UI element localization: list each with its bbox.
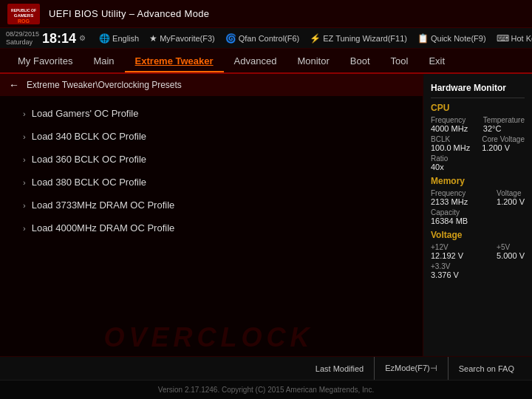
back-arrow-icon[interactable]: ← xyxy=(9,79,19,91)
menu-item-label: Load 380 BCLK OC Profile xyxy=(32,177,146,188)
ez-mode-button[interactable]: EzMode(F7)⊣ xyxy=(374,357,448,380)
mem-frequency-row: Frequency 2133 MHz Voltage 1.200 V xyxy=(431,189,525,206)
nav-exit[interactable]: Exit xyxy=(418,51,455,72)
cpu-core-voltage-col: Core Voltage 1.200 V xyxy=(482,135,525,152)
language-icon: 🌐 xyxy=(99,33,110,44)
svg-text:ROG: ROG xyxy=(18,18,30,24)
menu-item-label: Load Gamers' OC Profile xyxy=(32,108,139,119)
mem-capacity-row: Capacity 16384 MB xyxy=(431,208,525,225)
rog-logo-icon: REPUBLIC OF GAMERS ROG xyxy=(7,4,40,24)
menu-item-340-bclk[interactable]: › Load 340 BCLK OC Profile xyxy=(0,125,423,148)
cpu-bclk-col: BCLK 100.0 MHz xyxy=(431,135,470,152)
menu-arrow-icon: › xyxy=(23,109,26,118)
menu-item-360-bclk[interactable]: › Load 360 BCLK OC Profile xyxy=(0,148,423,171)
nav-main[interactable]: Main xyxy=(83,51,124,72)
menu-arrow-icon: › xyxy=(23,201,26,210)
quick-note-label: Quick Note(F9) xyxy=(431,34,486,43)
date-display: 08/29/2015 xyxy=(6,30,39,38)
favorite-icon: ★ xyxy=(149,33,157,44)
menu-arrow-icon: › xyxy=(23,155,26,164)
quick-note-button[interactable]: 📋 Quick Note(F9) xyxy=(417,33,486,44)
menu-arrow-icon: › xyxy=(23,132,26,141)
logo-area: REPUBLIC OF GAMERS ROG xyxy=(7,4,40,24)
left-panel: ← Extreme Tweaker\Overclocking Presets ›… xyxy=(0,74,423,356)
voltage-section-title: Voltage xyxy=(431,230,525,240)
quick-note-icon: 📋 xyxy=(417,33,429,44)
nav-monitor[interactable]: Monitor xyxy=(287,51,339,72)
nav-boot[interactable]: Boot xyxy=(340,51,381,72)
time-display: 18:14 xyxy=(42,32,76,45)
voltage-12v-col: +12V 12.192 V xyxy=(431,243,463,260)
mem-frequency-col: Frequency 2133 MHz xyxy=(431,189,468,206)
menu-item-label: Load 3733MHz DRAM OC Profile xyxy=(32,200,175,211)
cpu-section-title: CPU xyxy=(431,103,525,113)
menu-item-gamers-oc[interactable]: › Load Gamers' OC Profile xyxy=(0,102,423,125)
watermark-text: OVERCLOCK xyxy=(103,322,313,353)
memory-section-title: Memory xyxy=(431,176,525,186)
qfan-icon: 🌀 xyxy=(225,33,236,44)
nav-extreme-tweaker[interactable]: Extreme Tweaker xyxy=(125,51,224,72)
content-area: ← Extreme Tweaker\Overclocking Presets ›… xyxy=(0,74,532,356)
clock-settings-icon[interactable]: ⚙ xyxy=(79,34,86,42)
menu-item-label: Load 4000MHz DRAM OC Profile xyxy=(32,222,175,233)
status-bar: Last Modified EzMode(F7)⊣ Search on FAQ xyxy=(0,356,532,380)
ez-tuning-button[interactable]: ⚡ EZ Tuning Wizard(F11) xyxy=(310,33,407,44)
nav-advanced[interactable]: Advanced xyxy=(224,51,287,72)
main-nav: My Favorites Main Extreme Tweaker Advanc… xyxy=(0,49,532,74)
language-label: English xyxy=(112,34,139,43)
voltage-33v-row: +3.3V 3.376 V xyxy=(431,262,525,279)
footer-bar: Version 2.17.1246. Copyright (C) 2015 Am… xyxy=(0,380,532,399)
mem-voltage-col: Voltage 1.200 V xyxy=(497,189,525,206)
menu-item-4000-dram[interactable]: › Load 4000MHz DRAM OC Profile xyxy=(0,216,423,239)
menu-item-label: Load 340 BCLK OC Profile xyxy=(32,131,146,142)
svg-text:REPUBLIC OF: REPUBLIC OF xyxy=(11,8,36,13)
qfan-label: Qfan Control(F6) xyxy=(239,34,300,43)
menu-item-380-bclk[interactable]: › Load 380 BCLK OC Profile xyxy=(0,171,423,194)
qfan-button[interactable]: 🌀 Qfan Control(F6) xyxy=(225,33,300,44)
hot-keys-icon: ⌨ xyxy=(497,33,509,44)
cpu-bclk-row: BCLK 100.0 MHz Core Voltage 1.200 V xyxy=(431,135,525,152)
bios-title: UEFI BIOS Utility – Advanced Mode xyxy=(49,8,209,19)
header-bar: REPUBLIC OF GAMERS ROG UEFI BIOS Utility… xyxy=(0,0,532,28)
search-faq-button[interactable]: Search on FAQ xyxy=(448,357,525,380)
nav-my-favorites[interactable]: My Favorites xyxy=(7,51,83,72)
voltage-12v-row: +12V 12.192 V +5V 5.000 V xyxy=(431,243,525,260)
my-favorite-button[interactable]: ★ MyFavorite(F3) xyxy=(149,33,215,44)
hot-keys-button[interactable]: ⌨ Hot Keys xyxy=(497,33,532,44)
menu-arrow-icon: › xyxy=(23,224,26,233)
hardware-monitor-panel: Hardware Monitor CPU Frequency 4000 MHz … xyxy=(423,74,532,356)
toolbar: 08/29/2015 Saturday 18:14 ⚙ 🌐 English ★ … xyxy=(0,28,532,49)
ez-tuning-icon: ⚡ xyxy=(310,33,321,44)
ez-tuning-label: EZ Tuning Wizard(F11) xyxy=(323,34,407,43)
breadcrumb-path: Extreme Tweaker\Overclocking Presets xyxy=(27,80,182,90)
datetime-area: 08/29/2015 Saturday 18:14 ⚙ xyxy=(6,30,86,47)
watermark: OVERCLOCK xyxy=(0,319,417,356)
menu-list: › Load Gamers' OC Profile › Load 340 BCL… xyxy=(0,96,423,245)
svg-text:GAMERS: GAMERS xyxy=(14,13,33,18)
last-modified-button[interactable]: Last Modified xyxy=(305,357,374,380)
cpu-frequency-label: Frequency 4000 MHz xyxy=(431,116,468,133)
menu-item-label: Load 360 BCLK OC Profile xyxy=(32,154,146,165)
menu-item-3733-dram[interactable]: › Load 3733MHz DRAM OC Profile xyxy=(0,194,423,216)
breadcrumb: ← Extreme Tweaker\Overclocking Presets xyxy=(0,74,423,96)
cpu-ratio-row: Ratio 40x xyxy=(431,154,525,171)
nav-tool[interactable]: Tool xyxy=(381,51,419,72)
footer-text: Version 2.17.1246. Copyright (C) 2015 Am… xyxy=(158,386,374,394)
menu-arrow-icon: › xyxy=(23,178,26,187)
language-selector[interactable]: 🌐 English xyxy=(99,33,139,44)
hot-keys-label: Hot Keys xyxy=(511,34,532,43)
cpu-temperature-col: Temperature 32°C xyxy=(483,116,525,133)
favorite-label: MyFavorite(F3) xyxy=(160,34,215,43)
day-display: Saturday xyxy=(6,38,39,47)
cpu-frequency-row: Frequency 4000 MHz Temperature 32°C xyxy=(431,116,525,133)
voltage-5v-col: +5V 5.000 V xyxy=(497,243,525,260)
hardware-monitor-title: Hardware Monitor xyxy=(431,80,525,98)
